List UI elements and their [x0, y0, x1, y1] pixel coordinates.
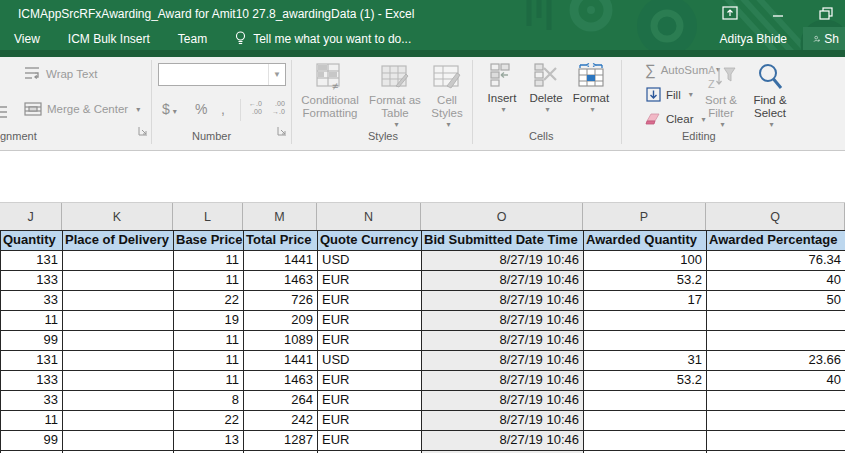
ribbon-display-options-icon[interactable] [719, 3, 741, 23]
table-cell[interactable]: 11 [174, 351, 244, 371]
table-cell[interactable]: 53.2 [584, 371, 707, 391]
table-cell[interactable]: 8/27/19 10:46 [422, 351, 584, 371]
minimize-icon[interactable] [767, 3, 789, 23]
share-button[interactable]: Sh [803, 27, 845, 50]
table-cell[interactable] [707, 311, 845, 331]
header-cell[interactable]: Awarded Percentage [707, 231, 845, 251]
table-cell[interactable] [707, 391, 845, 411]
table-cell[interactable] [63, 391, 174, 411]
delete-cells-button[interactable]: Delete ▾ [524, 62, 568, 114]
user-account[interactable]: Aditya Bhide [720, 32, 787, 46]
header-cell[interactable]: Bid Submitted Date Time [422, 231, 584, 251]
table-cell[interactable]: 40 [707, 271, 845, 291]
table-cell[interactable]: 133 [1, 271, 63, 291]
table-cell[interactable] [63, 271, 174, 291]
table-cell[interactable]: 76.34 [707, 251, 845, 271]
table-cell[interactable] [63, 371, 174, 391]
clear-button[interactable]: Clear ▾ [645, 112, 706, 126]
table-cell[interactable]: 8/27/19 10:46 [422, 431, 584, 451]
number-dialog-launcher-icon[interactable] [277, 126, 288, 137]
table-cell[interactable]: 33 [1, 291, 63, 311]
table-cell[interactable]: 11 [1, 311, 63, 331]
table-cell[interactable] [707, 431, 845, 451]
table-cell[interactable]: 11 [174, 271, 244, 291]
table-cell[interactable]: EUR [318, 411, 422, 431]
table-cell[interactable]: 8/27/19 10:46 [422, 391, 584, 411]
table-cell[interactable]: EUR [318, 311, 422, 331]
table-cell[interactable]: EUR [318, 291, 422, 311]
table-cell[interactable]: 22 [174, 411, 244, 431]
table-cell[interactable]: 1441 [244, 351, 318, 371]
align-lines-icon[interactable] [0, 105, 8, 119]
table-cell[interactable]: 1463 [244, 271, 318, 291]
percent-style-button[interactable]: % [195, 101, 207, 117]
cell-styles-button[interactable]: Cell Styles ▾ [424, 62, 470, 129]
table-cell[interactable] [584, 331, 707, 351]
column-letter-P[interactable]: P [583, 203, 706, 230]
tab-icm-bulk-insert[interactable]: ICM Bulk Insert [54, 27, 164, 50]
table-cell[interactable]: EUR [318, 431, 422, 451]
tab-view[interactable]: View [0, 27, 54, 50]
table-cell[interactable]: 8/27/19 10:46 [422, 411, 584, 431]
column-letter-J[interactable]: J [0, 203, 62, 230]
table-cell[interactable] [584, 431, 707, 451]
table-cell[interactable] [584, 391, 707, 411]
table-cell[interactable]: 23.66 [707, 351, 845, 371]
column-letter-N[interactable]: N [317, 203, 421, 230]
table-cell[interactable]: 264 [244, 391, 318, 411]
table-cell[interactable] [707, 411, 845, 431]
tell-me-box[interactable]: Tell me what you want to do... [235, 31, 411, 46]
table-cell[interactable]: 19 [174, 311, 244, 331]
table-cell[interactable]: 8/27/19 10:46 [422, 251, 584, 271]
table-cell[interactable] [63, 431, 174, 451]
wrap-text-button[interactable]: Wrap Text [24, 66, 97, 81]
conditional-formatting-button[interactable]: ≠ Conditional Formatting [296, 62, 364, 120]
header-cell[interactable]: Base Price [174, 231, 244, 251]
header-cell[interactable]: Place of Delivery [63, 231, 174, 251]
table-cell[interactable]: 8/27/19 10:46 [422, 371, 584, 391]
column-letter-M[interactable]: M [243, 203, 317, 230]
table-cell[interactable]: 11 [1, 411, 63, 431]
table-cell[interactable]: 13 [174, 431, 244, 451]
table-cell[interactable] [63, 331, 174, 351]
table-cell[interactable]: 8/27/19 10:46 [422, 331, 584, 351]
fill-button[interactable]: Fill ▾ [646, 87, 693, 102]
decrease-decimal-icon[interactable]: .00 →.0 [272, 100, 285, 116]
table-cell[interactable]: 8/27/19 10:46 [422, 271, 584, 291]
insert-cells-button[interactable]: Insert ▾ [480, 62, 524, 114]
table-cell[interactable]: USD [318, 351, 422, 371]
increase-decimal-icon[interactable]: ←.0 .00 [249, 100, 262, 116]
header-cell[interactable]: Quote Currency [318, 231, 422, 251]
header-cell[interactable]: Quantity [1, 231, 63, 251]
table-cell[interactable] [63, 291, 174, 311]
table-cell[interactable]: 133 [1, 371, 63, 391]
table-cell[interactable]: 99 [1, 431, 63, 451]
table-cell[interactable]: EUR [318, 371, 422, 391]
table-cell[interactable]: 726 [244, 291, 318, 311]
header-cell[interactable]: Total Price [244, 231, 318, 251]
table-cell[interactable] [584, 311, 707, 331]
table-cell[interactable]: 50 [707, 291, 845, 311]
table-cell[interactable]: 31 [584, 351, 707, 371]
table-cell[interactable]: 53.2 [584, 271, 707, 291]
table-cell[interactable]: 11 [174, 251, 244, 271]
column-letter-O[interactable]: O [421, 203, 583, 230]
table-cell[interactable] [63, 311, 174, 331]
table-cell[interactable]: EUR [318, 391, 422, 411]
sort-filter-button[interactable]: AZ Sort & Filter ▾ [698, 62, 744, 129]
format-as-table-button[interactable]: Format as Table ▾ [366, 62, 424, 129]
table-cell[interactable]: 131 [1, 351, 63, 371]
format-cells-button[interactable]: Format ▾ [568, 62, 614, 114]
table-cell[interactable]: 22 [174, 291, 244, 311]
tab-team[interactable]: Team [164, 27, 221, 50]
table-cell[interactable]: EUR [318, 271, 422, 291]
merge-center-button[interactable]: Merge & Center ▾ [24, 102, 140, 116]
table-cell[interactable]: 99 [1, 331, 63, 351]
table-cell[interactable]: USD [318, 251, 422, 271]
table-cell[interactable]: 1463 [244, 371, 318, 391]
table-cell[interactable]: 131 [1, 251, 63, 271]
comma-style-button[interactable]: , [221, 101, 225, 117]
table-cell[interactable]: 100 [584, 251, 707, 271]
table-cell[interactable]: 1089 [244, 331, 318, 351]
table-cell[interactable]: 8/27/19 10:46 [422, 311, 584, 331]
